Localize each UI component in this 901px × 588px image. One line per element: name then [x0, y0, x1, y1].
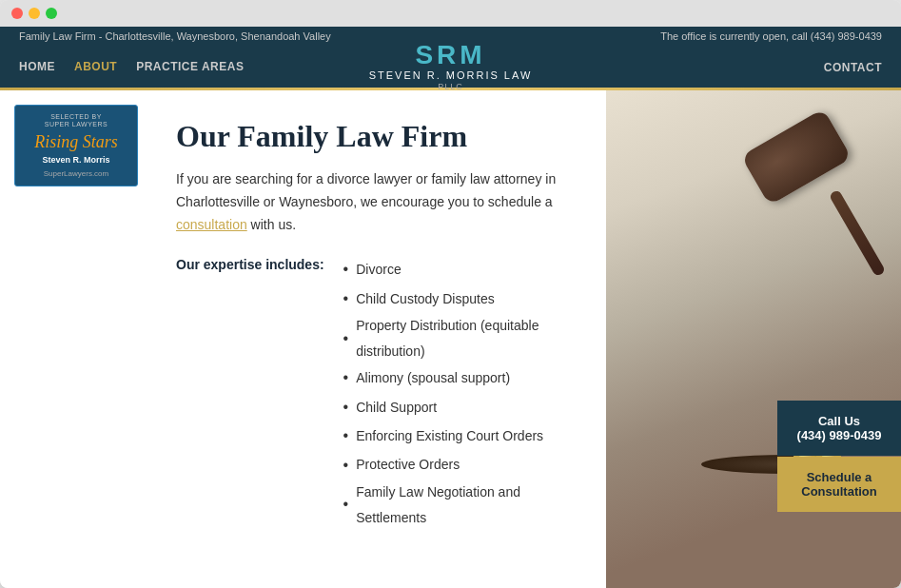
- call-label: Call Us: [789, 414, 890, 428]
- maximize-button[interactable]: [46, 8, 57, 19]
- nav-contact[interactable]: CONTACT: [824, 61, 882, 74]
- expertise-item-0: Divorce: [343, 255, 578, 284]
- nav-left: HOME ABOUT PRACTICE AREAS: [19, 60, 244, 73]
- logo-letters: SRM: [369, 42, 533, 69]
- badge-site: SuperLawyers.com: [23, 169, 129, 178]
- call-phone: (434) 989-0439: [789, 428, 890, 442]
- nav-about[interactable]: ABOUT: [74, 60, 117, 73]
- badge-name: Steven R. Morris: [23, 155, 129, 167]
- nav-logo: SRM STEVEN R. MORRIS LAW PLLC: [369, 42, 533, 91]
- logo-pllc: PLLC: [369, 82, 533, 91]
- hero-image-area: Call Us (434) 989-0439 Schedule a Consul…: [606, 90, 901, 588]
- consultation-link[interactable]: consultation: [176, 217, 247, 232]
- firm-location: Family Law Firm - Charlottesville, Wayne…: [19, 30, 331, 42]
- expertise-label: Our expertise includes:: [176, 255, 324, 530]
- rising-stars-text: Rising Stars: [23, 132, 129, 152]
- minimize-button[interactable]: [29, 8, 40, 19]
- browser-window: Family Law Firm - Charlottesville, Wayne…: [0, 0, 901, 588]
- schedule-button[interactable]: Schedule a Consultation: [777, 457, 901, 512]
- call-us-button[interactable]: Call Us (434) 989-0439: [777, 401, 901, 456]
- expertise-section: Our expertise includes: DivorceChild Cus…: [176, 255, 578, 530]
- cta-buttons: Call Us (434) 989-0439 Schedule a Consul…: [777, 401, 901, 512]
- logo-firm-name: STEVEN R. MORRIS LAW: [369, 69, 533, 82]
- expertise-item-2: Property Distribution (equitable distrib…: [343, 313, 578, 363]
- phone-link[interactable]: (434) 989-0439: [811, 30, 882, 42]
- close-button[interactable]: [11, 8, 23, 19]
- expertise-item-1: Child Custody Disputes: [343, 284, 578, 313]
- expertise-item-7: Family Law Negotiation and Settlements: [343, 480, 578, 530]
- expertise-item-6: Protective Orders: [343, 451, 578, 480]
- badge-header: Selected by Super Lawyers: [23, 113, 129, 129]
- sidebar: Selected by Super Lawyers Rising Stars S…: [0, 90, 157, 588]
- expertise-item-5: Enforcing Existing Court Orders: [343, 421, 578, 450]
- expertise-item-4: Child Support: [343, 393, 578, 421]
- website-content: Family Law Firm - Charlottesville, Wayne…: [0, 27, 901, 588]
- expertise-list: DivorceChild Custody DisputesProperty Di…: [343, 255, 578, 530]
- page-heading: Our Family Law Firm: [176, 119, 578, 154]
- nav-practice-areas[interactable]: PRACTICE AREAS: [136, 60, 244, 73]
- main-content: Selected by Super Lawyers Rising Stars S…: [0, 90, 901, 588]
- office-contact: The office is currently open, call (434)…: [660, 30, 882, 42]
- intro-text: If you are searching for a divorce lawye…: [176, 168, 578, 236]
- nav-right: CONTACT: [824, 58, 882, 75]
- content-area: Our Family Law Firm If you are searching…: [157, 90, 606, 588]
- rising-stars-badge: Selected by Super Lawyers Rising Stars S…: [14, 105, 138, 186]
- browser-chrome: [0, 0, 901, 27]
- nav-bar: HOME ABOUT PRACTICE AREAS SRM STEVEN R. …: [0, 46, 901, 88]
- expertise-item-3: Alimony (spousal support): [343, 363, 578, 392]
- nav-home[interactable]: HOME: [19, 60, 55, 73]
